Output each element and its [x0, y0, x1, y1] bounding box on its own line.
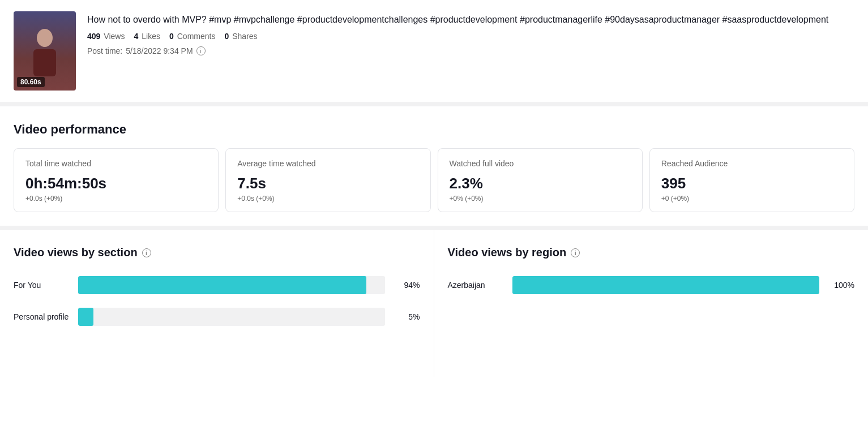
post-stats: 409 Views 4 Likes 0 Comments 0 Shares	[87, 32, 854, 41]
bar-track	[78, 276, 385, 294]
video-thumbnail[interactable]: 80.60s	[14, 11, 76, 91]
bar-row: Azerbaijan 100%	[448, 276, 855, 294]
metric-card: Total time watched 0h:54m:50s +0.0s (+0%…	[14, 148, 219, 212]
views-count: 409	[87, 32, 100, 41]
bar-row: Personal profile 5%	[14, 308, 420, 326]
metric-change: +0 (+0%)	[661, 195, 843, 203]
bar-label: Personal profile	[14, 312, 70, 321]
metric-change: +0% (+0%)	[450, 195, 631, 203]
metric-card: Watched full video 2.3% +0% (+0%)	[438, 148, 643, 212]
comments-count: 0	[169, 32, 174, 41]
views-by-region-panel: Video views by region i Azerbaijan 100%	[434, 230, 869, 377]
bar-fill	[78, 276, 366, 294]
bar-label: For You	[14, 281, 70, 290]
shares-label: Shares	[232, 32, 257, 41]
metric-value: 7.5s	[237, 175, 418, 192]
metric-label: Watched full video	[450, 159, 631, 168]
views-by-section-bars: For You 94% Personal profile 5%	[14, 276, 420, 326]
bar-track	[78, 308, 385, 326]
charts-section: Video views by section i For You 94% Per…	[0, 230, 868, 377]
metrics-grid: Total time watched 0h:54m:50s +0.0s (+0%…	[14, 148, 854, 212]
performance-title: Video performance	[14, 122, 854, 137]
metric-value: 0h:54m:50s	[25, 175, 207, 192]
svg-rect-1	[33, 49, 56, 76]
post-section: 80.60s How not to overdo with MVP? #mvp …	[0, 0, 868, 106]
post-title: How not to overdo with MVP? #mvp #mvpcha…	[87, 14, 854, 26]
bar-label: Azerbaijan	[448, 281, 504, 290]
bar-percent: 94%	[393, 281, 420, 290]
post-time-label: Post time:	[87, 46, 122, 55]
svg-point-0	[37, 29, 53, 47]
metric-change: +0.0s (+0%)	[25, 195, 207, 203]
metric-label: Average time watched	[237, 159, 418, 168]
views-label: Views	[104, 32, 125, 41]
video-duration: 80.60s	[17, 77, 45, 87]
bar-row: For You 94%	[14, 276, 420, 294]
metric-card: Reached Audience 395 +0 (+0%)	[649, 148, 854, 212]
views-by-region-bars: Azerbaijan 100%	[448, 276, 855, 294]
bar-fill	[512, 276, 820, 294]
shares-count: 0	[224, 32, 229, 41]
bar-percent: 5%	[393, 312, 420, 321]
views-by-section-panel: Video views by section i For You 94% Per…	[0, 230, 434, 377]
post-info: How not to overdo with MVP? #mvp #mvpcha…	[87, 11, 854, 55]
metric-label: Total time watched	[25, 159, 207, 168]
views-by-region-info-icon[interactable]: i	[571, 248, 580, 257]
post-time-value: 5/18/2022 9:34 PM	[126, 46, 193, 55]
post-time: Post time: 5/18/2022 9:34 PM i	[87, 46, 854, 55]
metric-value: 2.3%	[450, 175, 631, 192]
metric-label: Reached Audience	[661, 159, 843, 168]
post-time-info-icon[interactable]: i	[196, 46, 206, 55]
bar-fill	[78, 308, 93, 326]
performance-section: Video performance Total time watched 0h:…	[0, 106, 868, 230]
likes-count: 4	[134, 32, 138, 41]
metric-value: 395	[661, 175, 843, 192]
likes-label: Likes	[142, 32, 160, 41]
bar-track	[512, 276, 820, 294]
metric-change: +0.0s (+0%)	[237, 195, 418, 203]
views-by-section-info-icon[interactable]: i	[142, 248, 151, 257]
views-by-region-title: Video views by region i	[448, 246, 855, 259]
bar-percent: 100%	[827, 281, 854, 290]
comments-label: Comments	[177, 32, 216, 41]
views-by-section-title: Video views by section i	[14, 246, 420, 259]
metric-card: Average time watched 7.5s +0.0s (+0%)	[225, 148, 430, 212]
